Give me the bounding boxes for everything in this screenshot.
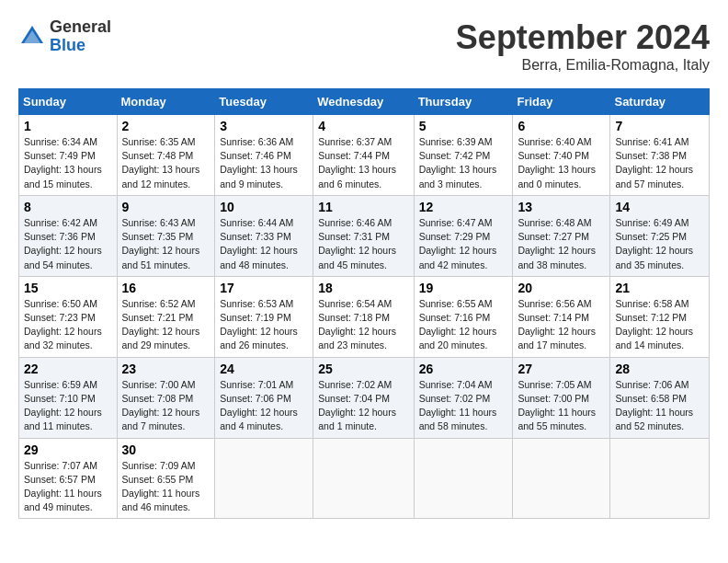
day-info: Sunrise: 6:53 AM Sunset: 7:19 PM Dayligh…	[220, 297, 308, 353]
day-info: Sunrise: 6:52 AM Sunset: 7:21 PM Dayligh…	[122, 297, 210, 353]
calendar-cell: 23Sunrise: 7:00 AM Sunset: 7:08 PM Dayli…	[117, 357, 215, 438]
calendar-cell: 13Sunrise: 6:48 AM Sunset: 7:27 PM Dayli…	[513, 195, 610, 276]
calendar-cell: 2Sunrise: 6:35 AM Sunset: 7:48 PM Daylig…	[117, 115, 215, 196]
calendar-cell: 25Sunrise: 7:02 AM Sunset: 7:04 PM Dayli…	[313, 357, 414, 438]
day-number: 17	[220, 281, 308, 295]
day-info: Sunrise: 6:44 AM Sunset: 7:33 PM Dayligh…	[220, 216, 308, 272]
day-info: Sunrise: 7:07 AM Sunset: 6:57 PM Dayligh…	[24, 459, 112, 515]
calendar-cell: 26Sunrise: 7:04 AM Sunset: 7:02 PM Dayli…	[414, 357, 513, 438]
calendar-cell: 27Sunrise: 7:05 AM Sunset: 7:00 PM Dayli…	[513, 357, 610, 438]
day-number: 11	[318, 200, 408, 214]
day-number: 5	[419, 119, 508, 133]
calendar-cell: 5Sunrise: 6:39 AM Sunset: 7:42 PM Daylig…	[414, 115, 513, 196]
day-number: 3	[220, 119, 308, 133]
calendar-cell: 3Sunrise: 6:36 AM Sunset: 7:46 PM Daylig…	[215, 115, 313, 196]
weekday-header-sunday: Sunday	[19, 89, 118, 115]
logo-icon	[18, 23, 46, 51]
day-info: Sunrise: 6:54 AM Sunset: 7:18 PM Dayligh…	[318, 297, 408, 353]
location-subtitle: Berra, Emilia-Romagna, Italy	[456, 57, 710, 74]
day-number: 6	[518, 119, 605, 133]
weekday-header-monday: Monday	[117, 89, 215, 115]
week-row-4: 22Sunrise: 6:59 AM Sunset: 7:10 PM Dayli…	[19, 357, 710, 438]
day-info: Sunrise: 6:50 AM Sunset: 7:23 PM Dayligh…	[24, 297, 112, 353]
day-info: Sunrise: 6:37 AM Sunset: 7:44 PM Dayligh…	[318, 135, 408, 191]
calendar-cell: 1Sunrise: 6:34 AM Sunset: 7:49 PM Daylig…	[19, 115, 118, 196]
day-info: Sunrise: 6:39 AM Sunset: 7:42 PM Dayligh…	[419, 135, 508, 191]
day-number: 27	[518, 362, 605, 376]
day-info: Sunrise: 6:47 AM Sunset: 7:29 PM Dayligh…	[419, 216, 508, 272]
day-number: 16	[122, 281, 210, 295]
day-info: Sunrise: 7:01 AM Sunset: 7:06 PM Dayligh…	[220, 378, 308, 434]
week-row-1: 1Sunrise: 6:34 AM Sunset: 7:49 PM Daylig…	[19, 115, 710, 196]
week-row-2: 8Sunrise: 6:42 AM Sunset: 7:36 PM Daylig…	[19, 195, 710, 276]
day-info: Sunrise: 6:41 AM Sunset: 7:38 PM Dayligh…	[615, 135, 704, 191]
day-info: Sunrise: 7:00 AM Sunset: 7:08 PM Dayligh…	[122, 378, 210, 434]
calendar-cell: 6Sunrise: 6:40 AM Sunset: 7:40 PM Daylig…	[513, 115, 610, 196]
day-info: Sunrise: 6:49 AM Sunset: 7:25 PM Dayligh…	[615, 216, 704, 272]
calendar-cell	[414, 438, 513, 519]
day-number: 14	[615, 200, 704, 214]
weekday-header-thursday: Thursday	[414, 89, 513, 115]
day-number: 2	[122, 119, 210, 133]
week-row-5: 29Sunrise: 7:07 AM Sunset: 6:57 PM Dayli…	[19, 438, 710, 519]
day-info: Sunrise: 7:02 AM Sunset: 7:04 PM Dayligh…	[318, 378, 408, 434]
calendar-cell	[513, 438, 610, 519]
day-info: Sunrise: 7:09 AM Sunset: 6:55 PM Dayligh…	[122, 459, 210, 515]
day-info: Sunrise: 6:43 AM Sunset: 7:35 PM Dayligh…	[122, 216, 210, 272]
calendar-cell: 29Sunrise: 7:07 AM Sunset: 6:57 PM Dayli…	[19, 438, 118, 519]
day-number: 12	[419, 200, 508, 214]
calendar-cell: 21Sunrise: 6:58 AM Sunset: 7:12 PM Dayli…	[610, 276, 710, 357]
day-number: 22	[24, 362, 112, 376]
day-info: Sunrise: 6:36 AM Sunset: 7:46 PM Dayligh…	[220, 135, 308, 191]
calendar-cell: 19Sunrise: 6:55 AM Sunset: 7:16 PM Dayli…	[414, 276, 513, 357]
day-number: 30	[122, 442, 210, 457]
calendar-table: SundayMondayTuesdayWednesdayThursdayFrid…	[18, 88, 710, 519]
calendar-cell: 11Sunrise: 6:46 AM Sunset: 7:31 PM Dayli…	[313, 195, 414, 276]
calendar-cell: 10Sunrise: 6:44 AM Sunset: 7:33 PM Dayli…	[215, 195, 313, 276]
day-number: 18	[318, 281, 408, 295]
day-number: 28	[615, 362, 704, 376]
week-row-3: 15Sunrise: 6:50 AM Sunset: 7:23 PM Dayli…	[19, 276, 710, 357]
calendar-cell	[313, 438, 414, 519]
day-number: 29	[24, 442, 112, 457]
day-number: 20	[518, 281, 605, 295]
day-number: 1	[24, 119, 112, 133]
day-number: 23	[122, 362, 210, 376]
day-info: Sunrise: 6:48 AM Sunset: 7:27 PM Dayligh…	[518, 216, 605, 272]
calendar-cell: 22Sunrise: 6:59 AM Sunset: 7:10 PM Dayli…	[19, 357, 118, 438]
day-number: 13	[518, 200, 605, 214]
day-info: Sunrise: 7:06 AM Sunset: 6:58 PM Dayligh…	[615, 378, 704, 434]
day-info: Sunrise: 6:56 AM Sunset: 7:14 PM Dayligh…	[518, 297, 605, 353]
day-number: 7	[615, 119, 704, 133]
weekday-header-wednesday: Wednesday	[313, 89, 414, 115]
page-header: General Blue September 2024 Berra, Emili…	[18, 18, 710, 74]
day-number: 24	[220, 362, 308, 376]
logo-text: General Blue	[50, 18, 111, 55]
weekday-header-saturday: Saturday	[610, 89, 710, 115]
day-info: Sunrise: 6:58 AM Sunset: 7:12 PM Dayligh…	[615, 297, 704, 353]
day-number: 10	[220, 200, 308, 214]
weekday-header-row: SundayMondayTuesdayWednesdayThursdayFrid…	[19, 89, 710, 115]
day-info: Sunrise: 6:46 AM Sunset: 7:31 PM Dayligh…	[318, 216, 408, 272]
day-number: 21	[615, 281, 704, 295]
day-number: 19	[419, 281, 508, 295]
day-info: Sunrise: 7:04 AM Sunset: 7:02 PM Dayligh…	[419, 378, 508, 434]
calendar-cell: 15Sunrise: 6:50 AM Sunset: 7:23 PM Dayli…	[19, 276, 118, 357]
weekday-header-tuesday: Tuesday	[215, 89, 313, 115]
day-info: Sunrise: 6:40 AM Sunset: 7:40 PM Dayligh…	[518, 135, 605, 191]
day-info: Sunrise: 6:35 AM Sunset: 7:48 PM Dayligh…	[122, 135, 210, 191]
calendar-cell: 30Sunrise: 7:09 AM Sunset: 6:55 PM Dayli…	[117, 438, 215, 519]
day-number: 25	[318, 362, 408, 376]
calendar-cell: 14Sunrise: 6:49 AM Sunset: 7:25 PM Dayli…	[610, 195, 710, 276]
calendar-cell: 24Sunrise: 7:01 AM Sunset: 7:06 PM Dayli…	[215, 357, 313, 438]
title-area: September 2024 Berra, Emilia-Romagna, It…	[456, 18, 710, 74]
day-number: 26	[419, 362, 508, 376]
calendar-cell: 7Sunrise: 6:41 AM Sunset: 7:38 PM Daylig…	[610, 115, 710, 196]
calendar-cell: 28Sunrise: 7:06 AM Sunset: 6:58 PM Dayli…	[610, 357, 710, 438]
calendar-cell: 17Sunrise: 6:53 AM Sunset: 7:19 PM Dayli…	[215, 276, 313, 357]
day-info: Sunrise: 6:42 AM Sunset: 7:36 PM Dayligh…	[24, 216, 112, 272]
day-number: 4	[318, 119, 408, 133]
day-info: Sunrise: 7:05 AM Sunset: 7:00 PM Dayligh…	[518, 378, 605, 434]
calendar-cell: 16Sunrise: 6:52 AM Sunset: 7:21 PM Dayli…	[117, 276, 215, 357]
calendar-cell	[610, 438, 710, 519]
